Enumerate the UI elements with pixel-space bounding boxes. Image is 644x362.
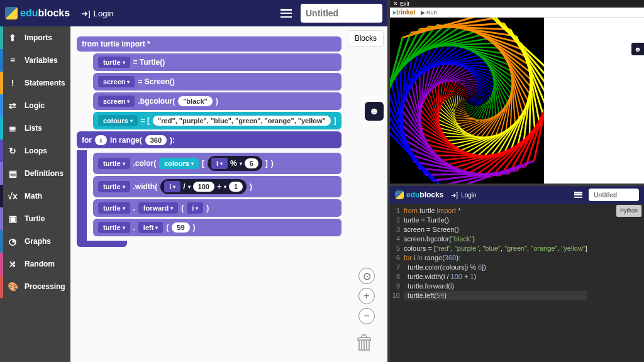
sidebar-item-definitions[interactable]: ▤Definitions: [0, 162, 70, 185]
login-button[interactable]: ➜]Login: [81, 9, 113, 18]
var-colours[interactable]: colours▾: [98, 115, 138, 126]
svg-line-19: [468, 94, 473, 99]
menu-icon[interactable]: [280, 9, 292, 18]
brand: edublocks: [406, 190, 443, 199]
colours-values[interactable]: "red", "purple", "blue", "green", "orang…: [153, 116, 331, 126]
svg-line-4: [465, 101, 465, 102]
block-left[interactable]: turtle▾ . left▾ (59): [93, 219, 341, 236]
svg-line-41: [453, 96, 455, 109]
var-screen[interactable]: screen▾: [98, 76, 135, 87]
feedback-icon[interactable]: ☻: [631, 43, 644, 55]
loop-var[interactable]: i: [95, 135, 107, 145]
svg-line-54: [448, 83, 458, 98]
sidebar-item-random[interactable]: ⤭Random: [0, 253, 70, 275]
block-turtle-assign[interactable]: turtle▾ = Turtle(): [93, 53, 341, 71]
sidebar-item-label: Turtle: [25, 214, 45, 223]
svg-line-15: [465, 104, 470, 106]
mod-expr[interactable]: i▾ %▾ 6: [208, 156, 262, 171]
sidebar-item-variables[interactable]: ≡Variables: [0, 49, 70, 72]
exit-icon[interactable]: ✕: [393, 1, 398, 7]
left-value[interactable]: 59: [172, 222, 189, 233]
category-icon: ⤭: [7, 259, 18, 269]
block-forward[interactable]: turtle▾ . forward▾ ( i▾ ): [93, 199, 341, 217]
sidebar-item-loops[interactable]: ↻Loops: [0, 140, 70, 162]
center-icon[interactable]: ⊙: [358, 268, 375, 284]
svg-line-2: [467, 101, 467, 101]
category-icon: ▤: [7, 168, 18, 178]
svg-line-42: [453, 86, 464, 96]
trinket-toolbar: ▸trinket ▶ Run: [390, 8, 644, 18]
sidebar-item-lists[interactable]: ≣Lists: [0, 117, 70, 140]
category-icon: ↻: [7, 146, 18, 156]
svg-line-18: [462, 94, 468, 96]
svg-line-51: [473, 104, 484, 118]
project-title-input[interactable]: [301, 4, 382, 23]
python-tab[interactable]: Python: [616, 205, 641, 217]
turtle-output: [390, 18, 544, 184]
exit-button[interactable]: Exit: [400, 1, 409, 7]
feedback-icon[interactable]: ☻: [365, 102, 384, 121]
svg-line-20: [472, 99, 473, 106]
category-icon: ≣: [7, 123, 18, 133]
sidebar-item-label: Lists: [25, 124, 42, 133]
login-button[interactable]: ➜]Login: [451, 192, 476, 199]
sidebar-item-logic[interactable]: ⇄Logic: [0, 94, 70, 117]
python-icon: [5, 7, 18, 19]
sidebar-item-label: Random: [25, 260, 55, 268]
sidebar-item-graphs[interactable]: ◔Graphs: [0, 230, 70, 253]
project-title-input[interactable]: [589, 189, 639, 201]
login-icon: ➜]: [81, 9, 91, 18]
category-icon: ◔: [7, 236, 18, 246]
menu-icon[interactable]: [574, 192, 582, 198]
svg-line-32: [476, 95, 477, 106]
block-screen-assign[interactable]: screen▾ = Screen(): [93, 73, 341, 90]
trinket-header: ✕Exit: [390, 0, 644, 8]
python-icon: [395, 190, 404, 199]
svg-line-22: [459, 103, 465, 107]
zoom-out-icon[interactable]: −: [358, 308, 375, 324]
block-color[interactable]: turtle▾ .color( colours▾ [ i▾ %▾ 6 ]): [93, 153, 341, 174]
svg-line-14: [470, 100, 471, 104]
login-icon: ➜]: [451, 192, 458, 199]
blocks-canvas[interactable]: Blocks ☻ from turtle import * turtle▾ = …: [70, 26, 387, 362]
sidebar-item-math[interactable]: √xMath: [0, 185, 70, 207]
var-screen[interactable]: screen▾: [98, 96, 135, 107]
category-icon: 🎨: [7, 282, 18, 292]
block-width[interactable]: turtle▾ .width( i▾ /▾ 100 +▾ 1 ): [93, 176, 341, 197]
range-value[interactable]: 360: [145, 135, 167, 145]
sidebar-item-turtle[interactable]: ▣Turtle: [0, 207, 70, 230]
svg-line-9: [465, 103, 468, 104]
run-button[interactable]: ▶ Run: [421, 9, 437, 16]
sidebar-item-statements[interactable]: !Statements: [0, 72, 70, 94]
trinket-sidebar: ☻: [544, 18, 644, 184]
sidebar-item-label: Loops: [25, 146, 47, 155]
code-editor: edublocks ➜]Login Python 12345678910 fro…: [390, 186, 644, 362]
zoom-in-icon[interactable]: +: [358, 288, 375, 304]
blocks-tab[interactable]: Blocks: [348, 30, 384, 47]
svg-line-116: [449, 64, 489, 67]
svg-line-57: [475, 102, 486, 118]
block-import[interactable]: from turtle import *: [77, 36, 341, 52]
category-icon: !: [7, 78, 18, 88]
sidebar-item-label: Logic: [25, 101, 45, 110]
var-turtle[interactable]: turtle▾: [98, 57, 130, 68]
sidebar-item-label: Variables: [25, 56, 58, 65]
svg-line-5: [465, 99, 465, 100]
trash-icon[interactable]: 🗑: [355, 331, 375, 354]
svg-line-11: [463, 97, 464, 101]
blocks-editor: edublocks ➜]Login ⬆Imports≡Variables!Sta…: [0, 0, 387, 362]
sidebar-item-processing[interactable]: 🎨Processing: [0, 275, 70, 298]
svg-line-26: [474, 97, 475, 106]
block-for[interactable]: for i in range( 360):: [77, 131, 341, 148]
sidebar-item-imports[interactable]: ⬆Imports: [0, 26, 70, 49]
svg-line-58: [455, 118, 475, 119]
svg-line-7: [467, 99, 469, 101]
block-colours-list[interactable]: colours▾ = ["red", "purple", "blue", "gr…: [93, 112, 341, 129]
div-expr[interactable]: i▾ /▾ 100 +▾ 1: [160, 179, 247, 194]
category-sidebar: ⬆Imports≡Variables!Statements⇄Logic≣List…: [0, 26, 70, 362]
code-area[interactable]: Python 12345678910 from turtle import *t…: [390, 204, 644, 362]
bgcolor-value[interactable]: "black": [178, 96, 213, 106]
svg-line-8: [468, 101, 469, 103]
block-stack: from turtle import * turtle▾ = Turtle() …: [77, 36, 341, 247]
block-bgcolor[interactable]: screen▾ .bgcolour( "black"): [93, 92, 341, 110]
